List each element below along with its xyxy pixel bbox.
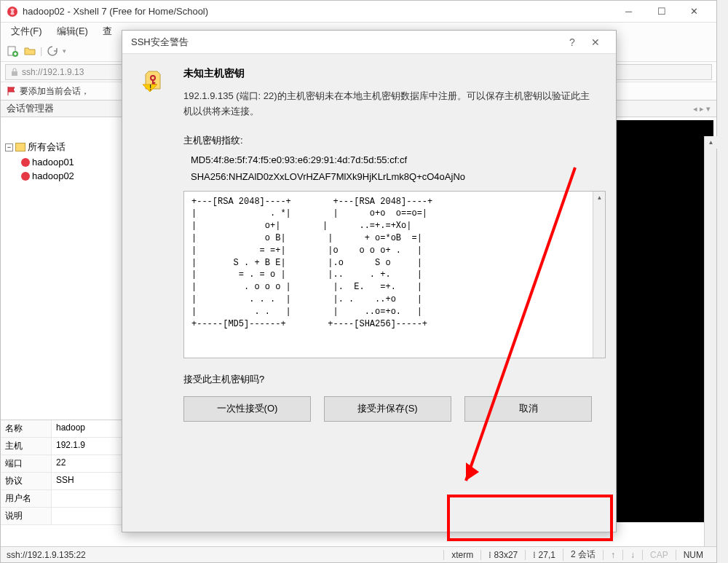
fingerprint-label: 主机密钥指纹: bbox=[183, 134, 598, 147]
expand-icon[interactable]: − bbox=[5, 143, 13, 151]
dialog-title: SSH安全警告 bbox=[131, 36, 561, 49]
randomart-text: +---[RSA 2048]----+ +---[RSA 2048]----+ … bbox=[191, 197, 432, 329]
accept-save-button[interactable]: 接受并保存(S) bbox=[324, 396, 451, 422]
titlebar: hadoop02 - Xshell 7 (Free for Home/Schoo… bbox=[1, 1, 716, 23]
accept-once-button[interactable]: 一次性接受(O) bbox=[183, 396, 311, 422]
dialog-description: 192.1.9.135 (端口: 22)的主机密钥未在本地主机密钥数据库中注册。… bbox=[183, 89, 598, 119]
menu-edit[interactable]: 编辑(E) bbox=[50, 23, 95, 40]
scroll-up-icon[interactable]: ▲ bbox=[593, 192, 606, 204]
menu-view[interactable]: 查 bbox=[95, 23, 119, 40]
md5-fingerprint: MD5:4f:8e:5f:74:f5:e0:93:e6:29:91:4d:7d:… bbox=[183, 154, 598, 165]
session-manager-label: 会话管理器 bbox=[7, 102, 54, 115]
status-cap: CAP bbox=[642, 550, 676, 560]
window-scrollbar[interactable]: ▲ bbox=[704, 136, 716, 546]
dialog-titlebar: SSH安全警告 ? ✕ bbox=[122, 31, 616, 54]
tip-text: 要添加当前会话， bbox=[20, 85, 90, 98]
statusbar: ssh://192.1.9.135:22 xterm ⁞ 83x27 ⁞ 27,… bbox=[1, 546, 716, 562]
prop-desc-label: 说明 bbox=[1, 508, 52, 524]
prop-host-label: 主机 bbox=[1, 438, 52, 454]
cancel-button[interactable]: 取消 bbox=[464, 396, 592, 422]
help-button[interactable]: ? bbox=[561, 32, 584, 52]
randomart-scrollbar[interactable]: ▲ bbox=[593, 192, 605, 358]
address-text: ssh://192.1.9.13 bbox=[22, 67, 84, 77]
flag-icon bbox=[7, 86, 17, 96]
svg-text:!: ! bbox=[149, 84, 151, 92]
status-up-icon[interactable]: ↑ bbox=[603, 550, 622, 560]
prop-port-label: 端口 bbox=[1, 455, 52, 472]
app-icon bbox=[7, 6, 18, 17]
prop-name-label: 名称 bbox=[1, 420, 52, 437]
session-label: hadoop02 bbox=[32, 170, 74, 181]
reconnect-button[interactable] bbox=[45, 44, 60, 58]
status-num: NUM bbox=[676, 550, 711, 560]
status-size: ⁞ 83x27 bbox=[480, 550, 525, 560]
session-label: hadoop01 bbox=[32, 157, 74, 168]
key-warning-icon: ! bbox=[140, 67, 169, 96]
scroll-up-icon[interactable]: ▲ bbox=[705, 136, 717, 149]
status-sessions: 2 会话 bbox=[563, 548, 603, 561]
close-button[interactable]: ✕ bbox=[678, 1, 711, 22]
accept-question: 接受此主机密钥吗? bbox=[183, 373, 598, 386]
prop-user-label: 用户名 bbox=[1, 490, 52, 507]
ssh-warning-dialog: SSH安全警告 ? ✕ ! 未知主机密钥 192.1.9.135 (端口: 22… bbox=[122, 30, 617, 532]
folder-icon bbox=[15, 143, 25, 151]
status-term: xterm bbox=[443, 550, 480, 560]
maximize-button[interactable]: ☐ bbox=[645, 1, 678, 22]
nav-arrows[interactable]: ◂ ▸ ▾ bbox=[693, 104, 711, 114]
prop-protocol-label: 协议 bbox=[1, 473, 52, 489]
sha256-fingerprint: SHA256:NHZAlD0zXxLOVrHZAF7MlXk9HjKLrLmk8… bbox=[183, 171, 598, 182]
window-title: hadoop02 - Xshell 7 (Free for Home/Schoo… bbox=[23, 6, 612, 17]
svg-rect-3 bbox=[12, 71, 17, 76]
minimize-button[interactable]: ─ bbox=[612, 1, 645, 22]
dialog-close-button[interactable]: ✕ bbox=[584, 32, 607, 52]
session-icon bbox=[21, 172, 30, 181]
status-down-icon[interactable]: ↓ bbox=[622, 550, 642, 560]
root-label: 所有会话 bbox=[28, 141, 66, 154]
status-left: ssh://192.1.9.135:22 bbox=[7, 550, 443, 560]
menu-file[interactable]: 文件(F) bbox=[4, 23, 50, 40]
session-icon bbox=[21, 158, 30, 167]
dialog-heading: 未知主机密钥 bbox=[183, 67, 598, 80]
lock-icon bbox=[10, 68, 19, 76]
randomart-box[interactable]: +---[RSA 2048]----+ +---[RSA 2048]----+ … bbox=[183, 191, 606, 358]
open-button[interactable] bbox=[23, 44, 37, 58]
new-button[interactable] bbox=[5, 44, 20, 58]
status-pos: ⁞ 27,1 bbox=[525, 550, 563, 560]
